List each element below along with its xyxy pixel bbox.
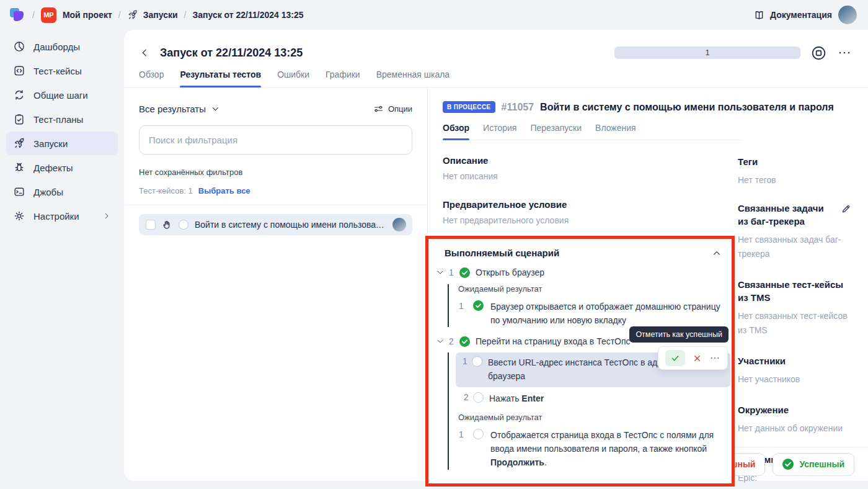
sidebar-label: Запуски — [33, 138, 68, 149]
step-more-button[interactable] — [709, 352, 720, 364]
mark-as-passed-tooltip: Отметить как успешный — [629, 326, 728, 343]
sidebar-label: Джобы — [33, 187, 63, 197]
select-all-link[interactable]: Выбрать все — [198, 186, 250, 195]
detail-aside: Теги Нет тегов Связанные задачи из баг-т… — [723, 140, 868, 447]
row-checkbox[interactable] — [146, 220, 156, 230]
stop-icon — [810, 45, 827, 61]
terminal-icon — [13, 186, 25, 198]
expected-text: Отображается страница входа в ТестОпс с … — [490, 429, 724, 469]
members-empty: Нет участников — [738, 372, 852, 386]
clipboard-check-icon — [13, 113, 25, 125]
chevron-left-icon — [139, 47, 150, 58]
user-avatar[interactable] — [838, 6, 857, 24]
sidebar-label: Общие шаги — [33, 90, 88, 101]
mark-failed-button[interactable] — [693, 354, 702, 363]
check-icon — [670, 353, 680, 363]
substep-line2: браузера — [488, 371, 525, 381]
project-badge[interactable]: MP — [41, 7, 56, 23]
main-card: Запуск от 22/11/2024 13:25 1 Обзор Резул… — [124, 30, 868, 481]
tags-title: Теги — [738, 155, 852, 168]
expected-result-label: Ожидаемый результат — [458, 284, 724, 294]
substep-line1: Ввести URL-адрес инстанса ТестОпс в адре… — [488, 357, 681, 367]
divider — [124, 205, 427, 205]
back-button[interactable] — [139, 47, 150, 58]
sync-icon — [13, 89, 25, 101]
step-number: 1 — [447, 267, 459, 277]
test-result-row[interactable]: Войти в систему с помощью имени пользова… — [139, 214, 412, 235]
description-title: Описание — [443, 155, 723, 166]
expected-result-item[interactable]: 1 Браузер открывается и отображает домаш… — [457, 300, 724, 327]
search-input[interactable] — [139, 125, 412, 155]
detail-tab-reruns[interactable]: Перезапуски — [530, 123, 582, 140]
sidebar-item-shared-steps[interactable]: Общие шаги — [6, 83, 118, 107]
bugtracker-title: Связанные задачи из баг-трекера — [738, 202, 836, 228]
expected-text: Браузер открывается и отображает домашню… — [490, 300, 724, 327]
precondition-title: Предварительное условие — [443, 199, 723, 210]
run-tab-timeline[interactable]: Временная шкала — [376, 70, 450, 87]
detail-tab-attachments[interactable]: Вложения — [595, 123, 636, 140]
sidebar-item-launches[interactable]: Запуски — [6, 132, 118, 155]
run-tab-overview[interactable]: Обзор — [139, 70, 164, 87]
breadcrumb-launches[interactable]: Запуски — [127, 9, 178, 20]
passed-check-icon — [459, 336, 470, 347]
chevron-right-icon — [102, 212, 111, 220]
results-panel: Все результаты Опции Нет сохранённых фил… — [124, 87, 428, 481]
chevron-up-icon[interactable] — [712, 248, 722, 258]
breadcrumb-separator: / — [32, 10, 35, 20]
mark-passed-button[interactable]: Успешный — [773, 453, 854, 476]
gear-icon — [13, 210, 25, 222]
sidebar-item-testcases[interactable]: Тест-кейсы — [6, 59, 118, 83]
app-logo-icon[interactable] — [9, 6, 26, 24]
expected-text-suffix: . — [544, 457, 547, 467]
sidebar-item-jobs[interactable]: Джобы — [6, 180, 118, 204]
stop-run-button[interactable] — [810, 45, 827, 61]
edit-pencil-icon[interactable] — [841, 203, 852, 214]
scenario-substep[interactable]: 2 Нажать Enter — [457, 388, 724, 410]
sidebar-item-defects[interactable]: Дефекты — [6, 156, 118, 179]
sidebar-label: Тест-кейсы — [33, 66, 82, 76]
options-label: Опции — [388, 104, 412, 114]
results-filter-dropdown[interactable]: Все результаты — [139, 104, 220, 114]
passed-check-icon — [459, 267, 470, 278]
mark-passed-button[interactable] — [665, 350, 685, 366]
step-action-panel — [658, 346, 728, 370]
ellipsis-icon — [837, 45, 852, 60]
passed-check-icon — [473, 300, 484, 311]
chevron-down-icon[interactable] — [436, 337, 445, 346]
status-circle-icon — [473, 392, 484, 403]
breadcrumb-launches-label: Запуски — [143, 10, 178, 20]
run-progress-bar[interactable]: 1 — [614, 47, 800, 59]
passed-check-circle-icon — [782, 459, 794, 470]
sidebar-item-testplans[interactable]: Тест-планы — [6, 107, 118, 131]
results-filter-label: Все результаты — [139, 104, 206, 114]
tms-empty: Нет связанных тест-кейсов из TMS — [738, 309, 852, 337]
documentation-label: Документация — [770, 10, 832, 20]
detail-tab-overview[interactable]: Обзор — [443, 123, 469, 140]
detail-tab-history[interactable]: История — [483, 123, 516, 140]
options-button[interactable]: Опции — [373, 104, 412, 114]
step-number: 2 — [447, 336, 459, 346]
substep-text: Нажать Enter — [489, 392, 719, 406]
environment-title: Окружение — [738, 403, 852, 416]
run-tab-test-results[interactable]: Результаты тестов — [180, 70, 261, 87]
sidebar-label: Настройки — [33, 211, 79, 222]
sidebar-item-settings[interactable]: Настройки — [6, 204, 118, 228]
detail-tabs: Обзор История Перезапуски Вложения — [443, 123, 741, 140]
expected-number: 1 — [457, 300, 473, 327]
documentation-link[interactable]: Документация — [753, 9, 832, 21]
status-circle-icon — [473, 429, 484, 439]
breadcrumb-run: Запуск от 22/11/2024 13:25 — [192, 10, 303, 20]
run-tab-charts[interactable]: Графики — [326, 70, 360, 87]
scenario-title: Выполняемый сценарий — [445, 248, 559, 258]
run-tab-errors[interactable]: Ошибки — [277, 70, 309, 87]
scenario-step[interactable]: 1 Открыть браузер — [436, 264, 724, 280]
test-title: Войти в систему с помощью имени пользова… — [540, 102, 834, 113]
expected-text-bold: Продолжить — [490, 457, 544, 467]
run-more-button[interactable] — [837, 45, 852, 60]
test-row-title: Войти в систему с помощью имени пользова… — [195, 220, 386, 230]
sidebar-item-dashboards[interactable]: Дашборды — [6, 35, 118, 58]
expected-result-item[interactable]: 1 Отображается страница входа в ТестОпс … — [457, 429, 724, 469]
breadcrumb-project[interactable]: Мой проект — [63, 10, 112, 20]
chevron-down-icon[interactable] — [436, 268, 445, 277]
rocket-icon — [127, 9, 138, 20]
